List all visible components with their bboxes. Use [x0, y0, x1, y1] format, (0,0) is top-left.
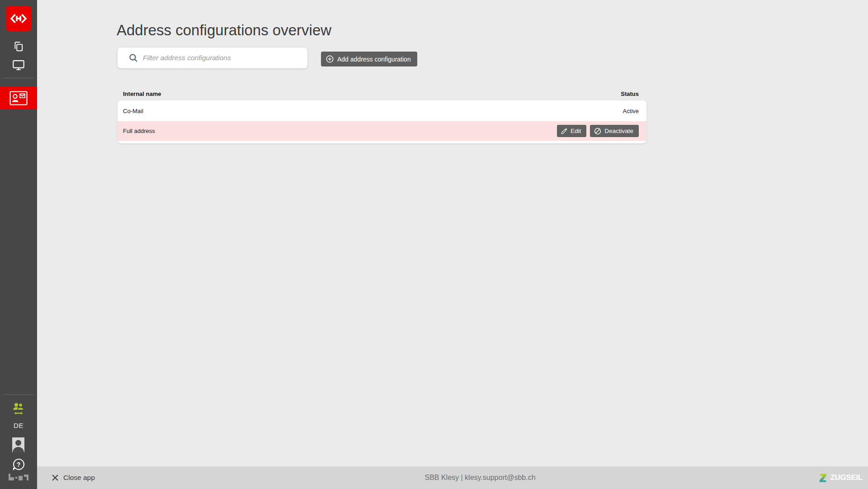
sidebar-item-user-switch[interactable]: [0, 402, 37, 416]
column-header-status: Status: [621, 90, 639, 97]
zugseil-z-icon: [819, 473, 827, 483]
row-actions: Edit Deactivate: [557, 125, 639, 137]
sidebar-item-monitor[interactable]: [0, 58, 37, 72]
logged-in-user-info: SBB Klesy | klesy.support@sbb.ch: [425, 466, 535, 489]
internal-name-cell: Co-Mail: [123, 108, 143, 114]
sidebar-divider: [3, 394, 34, 395]
copy-icon: [13, 41, 24, 52]
help-icon-tail: [13, 468, 16, 470]
language-selector[interactable]: DE: [0, 422, 37, 429]
table-header-row: Internal name Status: [118, 89, 646, 99]
table-row-hovered[interactable]: Full address Edit Deactivate: [118, 121, 646, 141]
column-header-internal-name: Internal name: [123, 90, 161, 97]
sbb-double-arrow-icon: [10, 14, 27, 24]
internal-name-cell: Full address: [123, 128, 155, 134]
zugseil-brand: ZUGSEIL: [819, 466, 863, 489]
page-title: Address configurations overview: [117, 22, 331, 39]
search-icon: [129, 53, 138, 62]
close-app-button[interactable]: Close app: [52, 466, 95, 489]
edit-button[interactable]: Edit: [557, 125, 586, 137]
monitor-icon: [12, 59, 25, 71]
partner-brand-glyph: [0, 473, 37, 481]
sidebar-item-address-configurations[interactable]: [0, 87, 37, 109]
contact-card-icon: [9, 91, 28, 105]
filter-search-box: [118, 47, 307, 68]
deactivate-button-label: Deactivate: [604, 128, 633, 134]
deactivate-button[interactable]: Deactivate: [590, 125, 639, 137]
status-cell: Active: [623, 108, 639, 114]
help-glyph: ?: [17, 461, 21, 468]
address-configurations-table: Co-Mail Active Full address Edit: [118, 100, 646, 143]
sidebar: DE ?: [0, 0, 37, 489]
sbb-logo[interactable]: [6, 6, 31, 31]
edit-button-label: Edit: [571, 128, 581, 134]
user-avatar[interactable]: [12, 437, 24, 452]
zugseil-brand-label: ZUGSEIL: [830, 473, 863, 482]
plus-circle-icon: [326, 55, 334, 63]
block-icon: [594, 128, 601, 135]
sidebar-item-help[interactable]: ?: [0, 459, 37, 470]
close-icon: [52, 474, 59, 481]
users-switch-icon: [11, 402, 26, 416]
filter-input[interactable]: [142, 53, 307, 62]
footer-bar: Close app SBB Klesy | klesy.support@sbb.…: [37, 466, 868, 489]
pencil-icon: [561, 128, 567, 134]
sidebar-item-copy[interactable]: [0, 40, 37, 53]
avatar-silhouette-icon: [12, 437, 24, 452]
table-row[interactable]: Co-Mail Active: [118, 100, 646, 121]
sidebar-divider: [3, 78, 34, 78]
add-button-label: Add address configuration: [337, 56, 411, 63]
add-address-configuration-button[interactable]: Add address configuration: [321, 52, 417, 66]
close-app-label: Close app: [63, 474, 95, 482]
